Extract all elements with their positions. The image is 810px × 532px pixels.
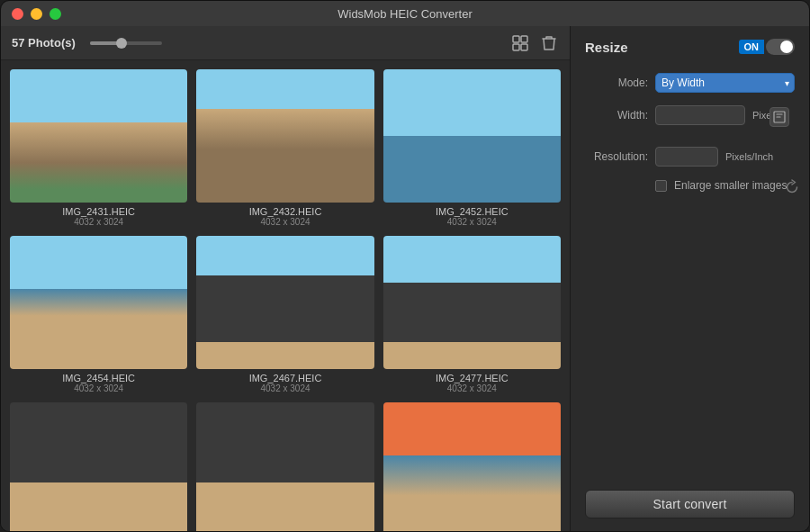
photo-dimensions: 4032 x 3024 — [447, 217, 497, 227]
start-convert-button[interactable]: Start convert — [585, 490, 795, 518]
main-content: 57 Photo(s) — [1, 26, 809, 531]
photo-thumbnail — [196, 402, 374, 531]
photo-item[interactable]: IMG_2482.HEIC4032 x 3024 — [383, 402, 561, 531]
photo-thumbnail — [10, 402, 187, 531]
photo-name: IMG_2452.HEIC — [436, 206, 508, 217]
photo-name: IMG_2432.HEIC — [249, 206, 322, 217]
close-button[interactable] — [12, 8, 23, 20]
photo-toolbar: 57 Photo(s) — [1, 26, 570, 60]
photo-item[interactable]: IMG_2481.HEIC4032 x 3024 — [196, 402, 374, 531]
slider-fill — [90, 41, 119, 45]
photo-item[interactable]: IMG_2480.HEIC4032 x 3024 — [10, 402, 187, 531]
enlarge-checkbox[interactable] — [655, 180, 667, 192]
mode-row: Mode: By Width By Height By Percent By L… — [585, 73, 795, 93]
width-label: Width: — [585, 109, 648, 122]
mode-label: Mode: — [585, 77, 648, 89]
resolution-row: Resolution: Pixels/Inch — [585, 147, 795, 167]
resolution-unit: Pixels/Inch — [725, 151, 773, 162]
photo-thumbnail — [10, 236, 187, 369]
left-panel: 57 Photo(s) — [1, 26, 571, 531]
photo-dimensions: 4032 x 3024 — [447, 383, 497, 393]
app-title: WidsMob HEIC Converter — [338, 7, 472, 21]
photo-name: IMG_2477.HEIC — [436, 373, 508, 383]
toggle-on-label: ON — [739, 40, 765, 54]
photo-thumbnail — [383, 69, 561, 203]
svg-rect-3 — [521, 44, 527, 50]
slider-thumb — [116, 38, 127, 49]
photo-name: IMG_2431.HEIC — [62, 206, 135, 217]
photo-item[interactable]: IMG_2467.HEIC4032 x 3024 — [196, 236, 374, 393]
right-panel: Resize ON Mode: By Width By Height By Pe… — [571, 26, 809, 531]
window-controls — [12, 8, 61, 20]
resolution-input[interactable] — [655, 147, 718, 167]
mode-select-wrap: By Width By Height By Percent By Long Ed… — [655, 73, 795, 93]
toggle-thumb — [780, 41, 793, 53]
grid-view-icon[interactable] — [510, 33, 530, 53]
photo-thumbnail — [196, 236, 374, 369]
photo-item[interactable]: IMG_2454.HEIC4032 x 3024 — [10, 236, 187, 393]
svg-rect-1 — [521, 36, 527, 42]
aspect-ratio-icon[interactable] — [770, 107, 789, 127]
app-window: WidsMob HEIC Converter 57 Photo(s) — [0, 0, 810, 532]
photo-name: IMG_2467.HEIC — [249, 373, 322, 383]
svg-rect-2 — [513, 44, 519, 50]
zoom-slider[interactable] — [90, 41, 162, 45]
toggle-track — [766, 39, 795, 55]
photo-grid: IMG_2431.HEIC4032 x 3024IMG_2432.HEIC403… — [10, 69, 561, 531]
photo-dimensions: 4032 x 3024 — [74, 217, 123, 227]
toggle-switch[interactable]: ON — [739, 39, 796, 55]
photo-item[interactable]: IMG_2477.HEIC4032 x 3024 — [383, 236, 561, 393]
photo-item[interactable]: IMG_2431.HEIC4032 x 3024 — [10, 69, 187, 227]
photo-count: 57 Photo(s) — [12, 36, 76, 50]
enlarge-label: Enlarge smaller images — [674, 179, 787, 192]
photo-thumbnail — [196, 69, 374, 203]
start-convert-row: Start convert — [585, 481, 795, 518]
photo-dimensions: 4032 x 3024 — [260, 383, 310, 393]
minimize-button[interactable] — [31, 8, 42, 20]
maximize-button[interactable] — [50, 8, 61, 20]
svg-rect-0 — [513, 36, 519, 42]
titlebar: WidsMob HEIC Converter — [1, 1, 809, 26]
width-row-wrapper: Width: Pixels — [585, 105, 795, 138]
enlarge-checkbox-row: Enlarge smaller images — [655, 179, 795, 192]
width-input[interactable] — [655, 105, 745, 125]
photo-name: IMG_2454.HEIC — [62, 373, 135, 383]
photo-thumbnail — [383, 236, 561, 369]
photo-item[interactable]: IMG_2452.HEIC4032 x 3024 — [383, 69, 561, 227]
refresh-icon[interactable] — [782, 177, 802, 197]
width-row: Width: Pixels — [585, 105, 795, 125]
photo-grid-container[interactable]: IMG_2431.HEIC4032 x 3024IMG_2432.HEIC403… — [1, 60, 570, 531]
photo-dimensions: 4032 x 3024 — [74, 383, 123, 393]
photo-item[interactable]: IMG_2432.HEIC4032 x 3024 — [196, 69, 374, 227]
photo-thumbnail — [383, 402, 561, 531]
resize-label: Resize — [585, 40, 628, 55]
photo-thumbnail — [10, 69, 187, 203]
resolution-label: Resolution: — [585, 150, 648, 163]
resize-header: Resize ON — [585, 39, 795, 55]
delete-icon[interactable] — [539, 33, 559, 53]
photo-dimensions: 4032 x 3024 — [260, 217, 310, 227]
mode-select[interactable]: By Width By Height By Percent By Long Ed… — [655, 73, 795, 93]
